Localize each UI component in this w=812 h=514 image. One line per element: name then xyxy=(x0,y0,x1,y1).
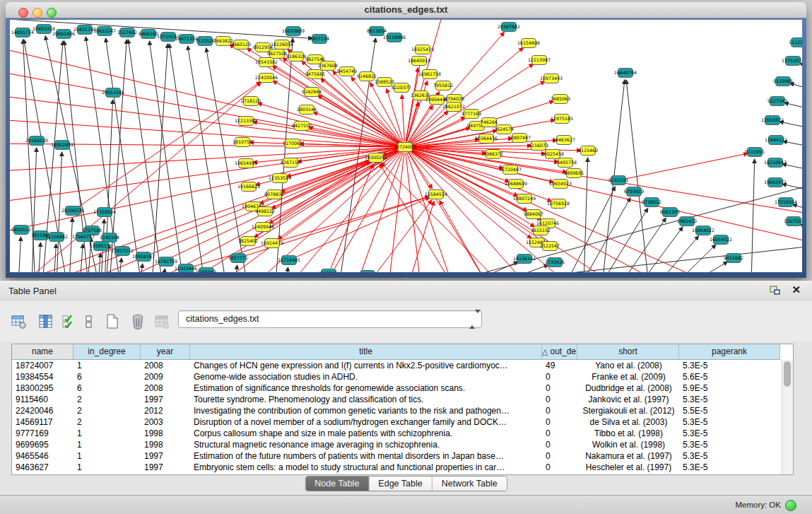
graph-node[interactable]: 16210643 xyxy=(764,158,787,168)
table-row[interactable]: 1872400712008Changes of HCN gene express… xyxy=(12,360,782,371)
graph-node[interactable]: 6466160 xyxy=(139,30,158,39)
table-row[interactable]: 977716911998Corpus callosum shape and si… xyxy=(12,428,782,439)
graph-node[interactable]: 1145194 xyxy=(100,233,119,243)
scrollbar-thumb[interactable] xyxy=(784,361,791,387)
graph-node[interactable]: 746266 xyxy=(481,118,498,127)
graph-node[interactable]: 16954522 xyxy=(710,235,732,245)
graph-node[interactable]: 20364436 xyxy=(475,134,498,144)
graph-node[interactable]: 10973493 xyxy=(540,74,563,83)
graph-node[interactable]: 6793919 xyxy=(624,187,644,197)
column-header-pagerank[interactable]: pagerank xyxy=(679,344,780,359)
table-row[interactable]: 1830029562008Estimation of significance … xyxy=(12,382,782,394)
graph-node[interactable]: 16961758 xyxy=(418,70,441,79)
graph-node[interactable]: 6216073 xyxy=(529,141,548,151)
column-header-short[interactable]: short xyxy=(577,344,679,359)
graph-node[interactable]: 7485063 xyxy=(551,95,570,104)
graph-node[interactable]: 14055724 xyxy=(11,28,34,37)
table-type-segmented-control[interactable]: Node TableEdge TableNetwork Table xyxy=(305,476,507,491)
import-table-icon[interactable] xyxy=(153,313,171,331)
graph-node[interactable]: 22420046 xyxy=(255,74,278,83)
graph-node[interactable]: 9738012 xyxy=(642,198,661,207)
table-source-combobox[interactable]: citations_edges.txt xyxy=(178,310,482,328)
graph-node[interactable]: 19218986 xyxy=(383,33,406,42)
table-row[interactable]: 1456911722003Disruption of a novel membe… xyxy=(12,416,782,428)
graph-node[interactable]: 10958167 xyxy=(132,252,155,262)
graph-node[interactable]: 1961410 xyxy=(677,217,697,226)
graph-node[interactable]: 20691406 xyxy=(52,30,75,39)
graph-node[interactable]: 7986372 xyxy=(483,150,503,159)
graph-node[interactable]: 12409946 xyxy=(252,223,274,232)
graph-node[interactable]: 8267150 xyxy=(281,158,300,168)
table-row[interactable]: 946362711997Embryonic stem cells: a mode… xyxy=(12,462,782,473)
graph-node[interactable]: 15720407 xyxy=(499,165,522,175)
graph-node[interactable]: 9899695 xyxy=(564,169,584,178)
graph-node[interactable]: 1112136 xyxy=(789,38,802,47)
graph-node[interactable]: 2718120 xyxy=(241,97,261,106)
table-row[interactable]: 1938455462009Genome-wide association stu… xyxy=(12,371,782,382)
graph-node[interactable]: 10756928 xyxy=(547,199,570,209)
graph-node[interactable]: 7967133 xyxy=(358,271,377,273)
graph-node[interactable]: 8660123 xyxy=(231,40,251,49)
table-row[interactable]: 946554611997Estimation of the future num… xyxy=(12,450,782,462)
graph-node[interactable]: 9155193 xyxy=(608,176,628,185)
graph-node[interactable]: 2803144 xyxy=(297,105,317,115)
graph-node[interactable]: 18640910 xyxy=(408,57,430,66)
table-header-row[interactable]: namein_degreeyeartitle△out_de…shortpager… xyxy=(12,344,780,360)
column-header-indegree[interactable]: in_degree xyxy=(73,344,141,359)
graph-node[interactable]: 19875421 xyxy=(317,269,340,273)
graph-node[interactable]: 19654923 xyxy=(549,180,572,189)
graph-node[interactable]: 8061305 xyxy=(660,208,680,217)
graph-node[interactable]: 9415682 xyxy=(724,254,743,263)
graph-node[interactable]: 15751074 xyxy=(782,57,802,66)
graph-node[interactable]: 5850511 xyxy=(11,226,31,235)
graph-node[interactable]: 1615152 xyxy=(531,226,551,235)
graph-node[interactable]: 19692971 xyxy=(764,178,787,187)
graph-node[interactable]: 10688609 xyxy=(505,180,527,189)
table-body[interactable]: 1872400712008Changes of HCN gene express… xyxy=(12,360,782,474)
graph-node[interactable]: 12093872 xyxy=(761,116,784,125)
delete-column-icon[interactable] xyxy=(129,313,147,331)
graph-node[interactable]: 12444121 xyxy=(765,136,787,145)
graph-node[interactable]: 8220377 xyxy=(392,83,411,93)
row-height-icon[interactable] xyxy=(80,313,98,331)
graph-node[interactable]: 7515526 xyxy=(195,37,215,46)
graph-node[interactable]: 17016504 xyxy=(775,198,797,207)
select-rows-icon[interactable] xyxy=(59,313,78,331)
graph-node[interactable]: 19495758 xyxy=(554,158,577,168)
graph-node[interactable]: 9242844 xyxy=(302,88,322,97)
column-visibility-icon[interactable] xyxy=(37,313,55,331)
graph-node[interactable]: 16782759 xyxy=(155,257,177,267)
table-row[interactable]: 969969511998Structural magnetic resonanc… xyxy=(12,439,782,450)
graph-node[interactable]: 2367608 xyxy=(318,62,338,71)
graph-node[interactable]: 16033809 xyxy=(282,27,305,36)
graph-node[interactable]: 16648794 xyxy=(614,69,637,78)
graph-node[interactable]: 12975185 xyxy=(551,115,573,124)
graph-node[interactable]: 18325419 xyxy=(411,45,434,54)
graph-node[interactable]: 1167553 xyxy=(784,217,802,226)
memory-ok-led-icon[interactable] xyxy=(785,500,796,511)
tab-network-table[interactable]: Network Table xyxy=(433,477,507,491)
graph-node[interactable]: 9777169 xyxy=(461,110,481,119)
graph-node[interactable]: 14463627 xyxy=(553,136,575,145)
graph-node[interactable]: 10807487 xyxy=(508,134,531,143)
graph-node[interactable]: 17957272 xyxy=(111,247,134,256)
graph-node[interactable]: 7857224 xyxy=(310,35,329,44)
network-window[interactable]: citations_edges.txt 14055724208533182069… xyxy=(6,2,806,278)
new-column-icon[interactable] xyxy=(103,313,122,331)
graph-node[interactable]: 1733426 xyxy=(545,258,565,267)
graph-node[interactable]: 9498222 xyxy=(255,207,275,216)
graph-node[interactable]: 9227343 xyxy=(767,97,787,106)
citation-network-graph[interactable]: 1405572420853318206914062043174010653247… xyxy=(10,20,802,272)
graph-node[interactable]: 18226058 xyxy=(271,40,293,49)
network-graph-canvas[interactable]: 1405572420853318206914062043174010653247… xyxy=(10,20,802,272)
graph-node[interactable]: 20387682 xyxy=(498,23,520,32)
graph-node[interactable]: 1527602 xyxy=(117,28,137,37)
graph-node[interactable]: 12213987 xyxy=(528,56,551,65)
graph-node[interactable]: 8454749 xyxy=(337,67,357,76)
graph-node[interactable]: 9115460 xyxy=(578,146,598,156)
tab-node-table[interactable]: Node Table xyxy=(305,477,369,491)
close-panel-icon[interactable]: ✕ xyxy=(792,284,801,296)
graph-node[interactable]: 16154808 xyxy=(517,39,540,48)
tab-edge-table[interactable]: Edge Table xyxy=(369,477,432,491)
graph-node[interactable]: 8186328 xyxy=(286,52,306,62)
